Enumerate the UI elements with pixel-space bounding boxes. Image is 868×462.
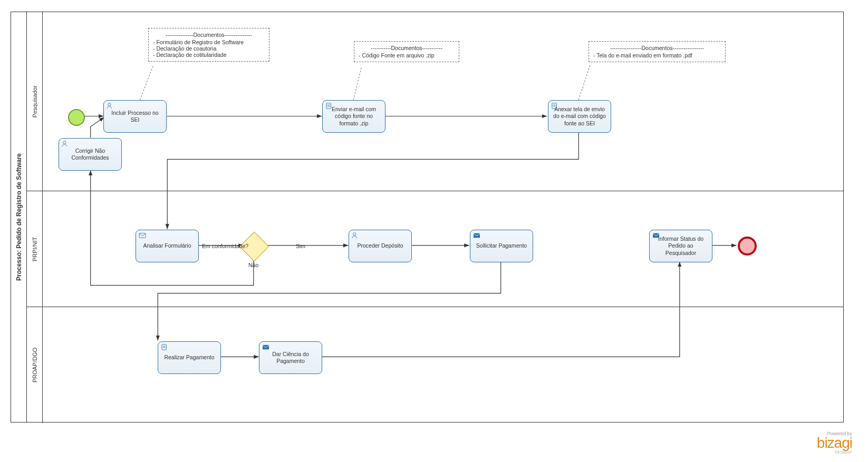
brand-logo: bizagi (817, 436, 852, 449)
bpmn-canvas: Processo: Pedido de Registro de Software… (0, 0, 868, 462)
task-solicitar-pagamento: Sollicitar Pagamento (470, 230, 533, 262)
svg-point-3 (63, 141, 66, 144)
gateway-label: Em conformidade? (202, 243, 248, 249)
annotation-line: - Tela do e-mail enviado em formato .pdf (593, 52, 721, 58)
task-label: Dar Ciência do Pagamento (263, 351, 319, 365)
gateway-no-label: Não (248, 262, 258, 268)
pool-title-text: Processo: Pedido de Registro de Software (15, 153, 23, 281)
task-label: Anexar tela de envio do e-mail com códig… (552, 106, 607, 126)
lane-title: PRPI/NIT (27, 191, 43, 307)
document-icon (551, 103, 558, 109)
envelope-filled-icon (473, 232, 480, 239)
document-icon (325, 103, 333, 109)
task-label: Corrigir Não Conformidades (62, 148, 118, 161)
lane-title: Pesquisador (27, 12, 43, 191)
svg-rect-7 (653, 233, 659, 238)
task-proceder-deposito: Proceder Depósito (349, 230, 412, 262)
annotation-header: -----------Documentos----------- (359, 45, 455, 51)
lane-title-text: PRPI/NIT (32, 237, 38, 261)
svg-rect-9 (263, 345, 269, 350)
annotation-header: -----------------Documentos-------------… (593, 45, 721, 51)
task-label: Proceder Depósito (358, 242, 403, 249)
task-analisar-formulario: Analisar Formulário (136, 230, 199, 262)
gateway-yes-label: Sim (296, 243, 305, 249)
task-enviar-email: Enviar e-mail com código fonte no format… (322, 100, 385, 133)
svg-point-0 (108, 103, 111, 106)
start-event (68, 109, 85, 126)
annotation-documentos-2: -----------Documentos----------- - Códig… (354, 41, 459, 62)
user-icon (352, 232, 359, 239)
pool-title: Processo: Pedido de Registro de Software (11, 12, 27, 422)
task-label: Enviar e-mail com código fonte no format… (326, 106, 382, 126)
annotation-documentos-3: -----------------Documentos-------------… (589, 41, 726, 62)
svg-point-5 (353, 233, 356, 235)
lane-title-text: Pesquisador (32, 85, 38, 117)
svg-rect-8 (162, 345, 167, 350)
annotation-line: - Declaração de coautoria (153, 45, 265, 52)
task-label: Analisar Formulário (143, 242, 191, 249)
task-anexar-tela: Anexar tela de envio do e-mail com códig… (548, 100, 611, 133)
svg-rect-2 (552, 103, 557, 109)
user-icon (62, 141, 69, 147)
user-icon (107, 103, 114, 109)
envelope-icon (139, 232, 146, 239)
task-label: Incluir Processo no SEI (107, 110, 163, 123)
envelope-filled-icon (652, 232, 660, 239)
task-label: Realizar Pagamento (164, 354, 214, 361)
task-informar-status: Informar Status do Pedido ao Pesquisador (649, 230, 712, 262)
annotation-documentos-1: ---------------Documentos---------------… (148, 28, 269, 62)
envelope-filled-icon (262, 344, 269, 350)
lane-proap-dgo: PROAP/DGO (27, 307, 843, 423)
task-corrigir-nao-conformidades: Corrigir Não Conformidades (59, 138, 122, 171)
bizagi-brand: Powered by bizagi Modeler (817, 431, 852, 455)
document-icon (161, 344, 168, 350)
lane-title-text: PROAP/DGO (32, 348, 38, 383)
annotation-line: - Código Fonte em arquivo .zip (359, 52, 455, 58)
svg-rect-4 (139, 233, 146, 238)
task-realizar-pagamento: Realizar Pagamento (158, 341, 221, 374)
annotation-line: - Formulário de Registro de Software (153, 39, 265, 45)
task-label: Informar Status do Pedido ao Pesquisador (653, 235, 709, 256)
svg-rect-6 (474, 233, 480, 238)
lane-title: PROAP/DGO (27, 307, 43, 423)
task-incluir-processo: Incluir Processo no SEI (103, 100, 167, 133)
annotation-line: - Declaração de cotitularidade (153, 52, 265, 58)
annotation-header: ---------------Documentos--------------- (153, 32, 265, 38)
end-event (738, 237, 757, 255)
svg-rect-1 (326, 103, 331, 109)
task-label: Sollicitar Pagamento (476, 242, 527, 249)
pool: Processo: Pedido de Registro de Software… (11, 12, 844, 422)
task-dar-ciencia-pagamento: Dar Ciência do Pagamento (259, 341, 322, 374)
